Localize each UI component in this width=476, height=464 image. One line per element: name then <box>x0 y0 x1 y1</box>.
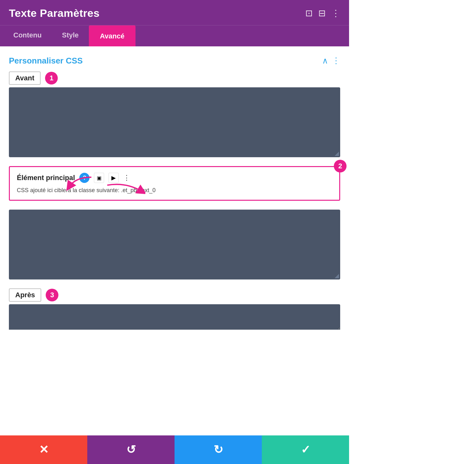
footer-toolbar: ✕ ↺ ↻ ✓ <box>0 435 349 464</box>
avant-label-wrapper: Avant 1 <box>9 71 340 85</box>
element-textarea[interactable] <box>9 210 340 279</box>
tab-style[interactable]: Style <box>52 25 89 46</box>
more-icon[interactable]: ⋮ <box>331 8 340 18</box>
header-actions: ⊡ ⊟ ⋮ <box>305 8 340 18</box>
cursor-icon-btn[interactable]: ▶ <box>109 173 119 183</box>
main-content: Personnaliser CSS ∧ ⋮ Avant 1 Élément pr… <box>0 46 349 330</box>
apres-textarea[interactable] <box>9 304 340 330</box>
tab-avance[interactable]: Avancé <box>89 25 136 46</box>
resize-handle <box>334 151 339 156</box>
redo-button[interactable]: ↻ <box>175 435 262 464</box>
save-icon: ✓ <box>301 443 310 456</box>
apres-label-wrapper: Après 3 <box>9 288 340 302</box>
section-more-icon[interactable]: ⋮ <box>332 56 340 66</box>
collapse-icon[interactable]: ∧ <box>322 56 328 66</box>
avant-textarea-wrapper <box>9 87 340 157</box>
cancel-icon: ✕ <box>39 443 49 456</box>
copy-icon-btn[interactable]: ▣ <box>94 173 104 183</box>
element-principal-section: Élément principal ? ▣ ▶ ⋮ CSS ajouté ici… <box>9 166 340 201</box>
section-actions: ∧ ⋮ <box>322 56 340 66</box>
tabs-bar: Contenu Style Avancé <box>0 25 349 46</box>
expand-icon[interactable]: ⊡ <box>305 8 313 18</box>
apres-textarea-wrapper <box>9 304 340 330</box>
split-icon[interactable]: ⊟ <box>318 8 326 18</box>
redo-icon: ↻ <box>214 443 223 456</box>
cursor-icon: ▶ <box>111 174 116 181</box>
element-description: CSS ajouté ici ciblera la classe suivant… <box>17 186 332 195</box>
page-title: Texte Paramètres <box>9 7 100 19</box>
help-button[interactable]: ? <box>79 173 89 183</box>
step-3-badge: 3 <box>46 289 58 301</box>
tab-contenu[interactable]: Contenu <box>3 25 52 46</box>
element-textarea-wrapper <box>9 210 340 279</box>
step-1-badge: 1 <box>45 72 58 84</box>
element-row: Élément principal ? ▣ ▶ ⋮ <box>17 173 332 183</box>
element-more-dots[interactable]: ⋮ <box>123 174 130 182</box>
undo-icon: ↺ <box>126 443 136 456</box>
section-header: Personnaliser CSS ∧ ⋮ <box>9 56 340 66</box>
footer-spacer <box>0 330 349 358</box>
copy-icon: ▣ <box>97 175 102 181</box>
step-2-badge: 2 <box>334 160 347 172</box>
resize-handle-2 <box>334 274 339 278</box>
avant-textarea[interactable] <box>9 87 340 157</box>
apres-label: Après <box>9 288 41 302</box>
save-button[interactable]: ✓ <box>262 435 349 464</box>
undo-button[interactable]: ↺ <box>87 435 175 464</box>
section-title: Personnaliser CSS <box>9 56 83 66</box>
element-section-container: Élément principal ? ▣ ▶ ⋮ CSS ajouté ici… <box>9 166 340 201</box>
cancel-button[interactable]: ✕ <box>0 435 87 464</box>
header: Texte Paramètres ⊡ ⊟ ⋮ <box>0 0 349 25</box>
element-label: Élément principal <box>17 174 75 182</box>
avant-label: Avant <box>9 71 41 85</box>
